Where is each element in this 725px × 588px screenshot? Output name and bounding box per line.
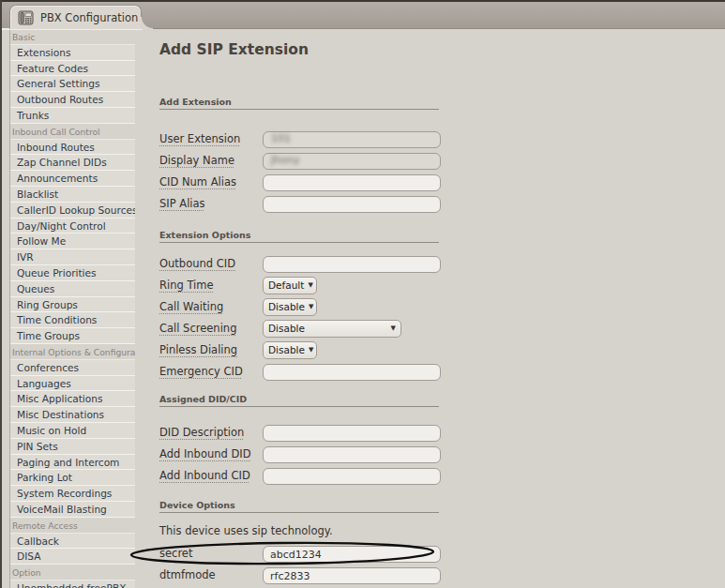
form-rows: Outbound CIDRing TimeDefault▼Call Waitin…: [159, 255, 441, 384]
sidebar-item-unembedded-freepbx[interactable]: Unembedded freePBX: [10, 580, 135, 588]
input-cid-num-alias[interactable]: [263, 174, 441, 191]
field-wrapper: [263, 423, 441, 443]
tab-title: PBX Configuration: [40, 11, 138, 24]
sidebar-item-misc-applications[interactable]: Misc Applications: [10, 391, 135, 407]
form-row-did-description: DID Description: [159, 424, 441, 441]
sidebar-item-languages[interactable]: Languages: [10, 376, 135, 392]
sidebar-item-inbound-routes[interactable]: Inbound Routes: [10, 140, 135, 156]
select-value: Disable: [268, 323, 305, 334]
field-wrapper: 101: [263, 129, 441, 149]
sidebar-item-extensions[interactable]: Extensions: [10, 45, 135, 61]
sidebar-item-callerid-lookup-sources[interactable]: CallerID Lookup Sources: [10, 203, 135, 219]
sidebar-item-announcements[interactable]: Announcements: [10, 171, 135, 187]
field-wrapper: [263, 194, 441, 214]
sidebar-item-queues[interactable]: Queues: [10, 281, 135, 297]
form-section-extension-options: Extension OptionsOutbound CIDRing TimeDe…: [159, 230, 441, 243]
field-wrapper: Jhony: [263, 151, 441, 171]
chevron-down-icon: ▼: [391, 324, 396, 332]
form-section-add-extension: Add ExtensionUser Extension101Display Na…: [159, 97, 441, 110]
form-row-user-extension: User Extension101: [159, 130, 441, 147]
sidebar-item-queue-priorities[interactable]: Queue Priorities: [10, 265, 135, 281]
chevron-down-icon: ▼: [308, 281, 312, 289]
sidebar-item-callback[interactable]: Callback: [10, 534, 135, 550]
sidebar: BasicExtensionsFeature CodesGeneral Sett…: [9, 29, 135, 588]
section-divider: [159, 512, 439, 513]
sidebar-section-header-basic: Basic: [10, 29, 135, 45]
sidebar-item-conferences[interactable]: Conferences: [10, 360, 135, 376]
device-technology-note: This device uses sip technology.: [159, 524, 333, 537]
field-label-add-inbound-did: Add Inbound DID: [159, 447, 263, 460]
field-label-secret: secret: [159, 547, 263, 560]
form-row-dtmfmode: dtmfmode: [159, 566, 441, 583]
field-label-cid-num-alias: CID Num Alias: [159, 175, 263, 188]
sidebar-item-parking-lot[interactable]: Parking Lot: [10, 470, 135, 486]
sidebar-item-pin-sets[interactable]: PIN Sets: [10, 439, 135, 455]
sidebar-item-general-settings[interactable]: General Settings: [10, 76, 135, 92]
input-did-description[interactable]: [263, 425, 441, 442]
section-divider: [159, 406, 439, 407]
section-divider: [159, 242, 439, 243]
select-pinless-dialing[interactable]: Disable▼: [263, 341, 317, 359]
form-row-sip-alias: SIP Alias: [159, 195, 441, 212]
field-label-ring-time: Ring Time: [159, 279, 263, 292]
select-call-waiting[interactable]: Disable▼: [263, 298, 317, 316]
sidebar-item-follow-me[interactable]: Follow Me: [10, 234, 135, 249]
form-row-cid-num-alias: CID Num Alias: [159, 173, 441, 190]
form-rows: User Extension101Display NameJhonyCID Nu…: [159, 130, 441, 217]
chevron-down-icon: ▼: [309, 303, 313, 310]
sidebar-item-time-groups[interactable]: Time Groups: [10, 328, 135, 344]
sidebar-item-music-on-hold[interactable]: Music on Hold: [10, 423, 135, 439]
field-wrapper: [263, 466, 441, 486]
input-display-name[interactable]: [263, 153, 441, 170]
select-ring-time[interactable]: Default▼: [263, 277, 317, 294]
select-call-screening[interactable]: Disable▼: [263, 320, 401, 338]
input-user-extension[interactable]: [263, 131, 441, 148]
input-add-inbound-did[interactable]: [263, 446, 441, 463]
sidebar-item-paging-and-intercom[interactable]: Paging and Intercom: [10, 455, 135, 471]
form-row-emergency-cid: Emergency CID: [159, 363, 441, 380]
sidebar-section-header-option: Option: [10, 565, 135, 580]
input-sip-alias[interactable]: [263, 196, 441, 213]
phone-icon: [18, 10, 34, 25]
input-dtmfmode[interactable]: [263, 567, 441, 584]
sidebar-item-voicemail-blasting[interactable]: VoiceMail Blasting: [10, 502, 135, 518]
sidebar-item-outbound-routes[interactable]: Outbound Routes: [10, 92, 135, 108]
field-wrapper: [263, 445, 441, 464]
sidebar-item-blacklist[interactable]: Blacklist: [10, 187, 135, 203]
sidebar-item-day-night-control[interactable]: Day/Night Control: [10, 219, 135, 234]
input-emergency-cid[interactable]: [263, 364, 441, 381]
field-wrapper: [263, 254, 441, 274]
chevron-down-icon: ▼: [309, 346, 313, 354]
sidebar-item-misc-destinations[interactable]: Misc Destinations: [10, 407, 135, 423]
form-section-assigned-did-cid: Assigned DID/CIDDID DescriptionAdd Inbou…: [159, 394, 441, 407]
field-label-sip-alias: SIP Alias: [159, 197, 263, 210]
section-header-add-extension: Add Extension: [159, 97, 441, 107]
form-row-secret: secret: [159, 545, 441, 562]
sidebar-item-system-recordings[interactable]: System Recordings: [10, 486, 135, 502]
sidebar-item-feature-codes[interactable]: Feature Codes: [10, 61, 135, 77]
sidebar-item-trunks[interactable]: Trunks: [10, 108, 135, 124]
field-label-dtmfmode: dtmfmode: [159, 568, 263, 581]
sidebar-item-ring-groups[interactable]: Ring Groups: [10, 297, 135, 313]
select-value: Disable: [268, 301, 305, 312]
sidebar-item-zap-channel-dids[interactable]: Zap Channel DIDs: [10, 155, 135, 171]
input-outbound-cid[interactable]: [263, 256, 441, 273]
form-row-outbound-cid: Outbound CID: [159, 255, 441, 272]
sidebar-item-time-conditions[interactable]: Time Conditions: [10, 312, 135, 328]
section-header-device-options: Device Options: [159, 500, 441, 510]
input-add-inbound-cid[interactable]: [263, 468, 441, 485]
form-row-pinless-dialing: Pinless DialingDisable▼: [159, 341, 441, 358]
section-divider: [159, 109, 439, 110]
input-secret[interactable]: [263, 546, 441, 563]
field-label-user-extension: User Extension: [159, 132, 263, 145]
tab-pbx-configuration[interactable]: PBX Configuration: [9, 5, 142, 29]
field-wrapper: [263, 565, 441, 585]
sidebar-item-ivr[interactable]: IVR: [10, 249, 135, 265]
form-rows: secretdtmfmode: [159, 545, 441, 588]
field-label-pinless-dialing: Pinless Dialing: [159, 343, 263, 356]
field-label-call-waiting: Call Waiting: [159, 300, 263, 313]
section-header-extension-options: Extension Options: [159, 230, 441, 240]
sidebar-item-disa[interactable]: DISA: [10, 549, 135, 565]
form-area: Add ExtensionUser Extension101Display Na…: [159, 0, 441, 588]
sidebar-section-header-internal-options-configuration: Internal Options & Configuration: [10, 344, 135, 360]
